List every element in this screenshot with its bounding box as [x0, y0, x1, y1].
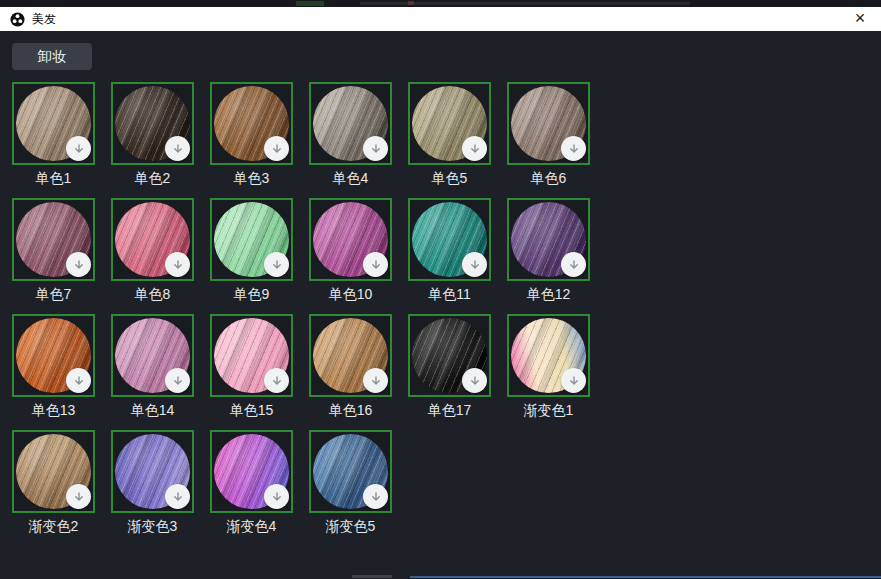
download-button[interactable] — [561, 252, 586, 277]
swatch-cell: 单色10 — [309, 198, 392, 302]
swatch-cell: 单色6 — [507, 82, 590, 186]
swatch-tile[interactable] — [408, 198, 491, 281]
swatch-cell: 单色17 — [408, 314, 491, 418]
swatch-label: 单色15 — [210, 403, 293, 418]
download-arrow-icon — [468, 258, 482, 272]
swatch-tile[interactable] — [12, 82, 95, 165]
swatch-cell: 单色12 — [507, 198, 590, 302]
swatch-cell: 渐变色1 — [507, 314, 590, 418]
background-progress-line — [410, 576, 881, 578]
swatch-cell: 渐变色4 — [210, 430, 293, 534]
swatch-label: 渐变色3 — [111, 519, 194, 534]
swatch-tile[interactable] — [408, 82, 491, 165]
download-button[interactable] — [66, 368, 91, 393]
swatch-tile[interactable] — [309, 314, 392, 397]
download-arrow-icon — [369, 258, 383, 272]
swatch-tile[interactable] — [111, 430, 194, 513]
swatch-label: 单色4 — [309, 171, 392, 186]
swatch-tile[interactable] — [12, 430, 95, 513]
swatch-label: 单色3 — [210, 171, 293, 186]
swatch-label: 单色6 — [507, 171, 590, 186]
download-button[interactable] — [561, 368, 586, 393]
swatch-label: 渐变色2 — [12, 519, 95, 534]
swatch-tile[interactable] — [12, 314, 95, 397]
close-button[interactable]: × — [847, 7, 873, 31]
swatch-label: 单色8 — [111, 287, 194, 302]
download-arrow-icon — [369, 142, 383, 156]
swatch-tile[interactable] — [507, 314, 590, 397]
download-arrow-icon — [72, 490, 86, 504]
swatch-label: 单色2 — [111, 171, 194, 186]
swatch-cell: 单色14 — [111, 314, 194, 418]
swatch-tile[interactable] — [507, 198, 590, 281]
download-button[interactable] — [165, 252, 190, 277]
swatch-tile[interactable] — [309, 430, 392, 513]
swatch-grid: 单色1 单色2 单色3 — [12, 82, 590, 534]
download-arrow-icon — [468, 374, 482, 388]
dialog-titlebar: 美发 × — [0, 7, 881, 31]
download-button[interactable] — [363, 252, 388, 277]
swatch-cell: 渐变色2 — [12, 430, 95, 534]
background-mark — [352, 575, 392, 578]
swatch-cell: 单色16 — [309, 314, 392, 418]
download-arrow-icon — [270, 490, 284, 504]
download-arrow-icon — [72, 258, 86, 272]
download-arrow-icon — [369, 374, 383, 388]
download-button[interactable] — [66, 484, 91, 509]
swatch-label: 单色14 — [111, 403, 194, 418]
screen: 美发 × 卸妆 单色1 单色2 — [0, 0, 881, 579]
swatch-tile[interactable] — [210, 430, 293, 513]
download-button[interactable] — [165, 368, 190, 393]
download-arrow-icon — [171, 374, 185, 388]
swatch-tile[interactable] — [309, 198, 392, 281]
download-button[interactable] — [165, 136, 190, 161]
swatch-tile[interactable] — [210, 314, 293, 397]
swatch-label: 单色12 — [507, 287, 590, 302]
swatch-tile[interactable] — [309, 82, 392, 165]
download-button[interactable] — [363, 136, 388, 161]
download-arrow-icon — [171, 258, 185, 272]
swatch-tile[interactable] — [111, 314, 194, 397]
swatch-cell: 单色2 — [111, 82, 194, 186]
remove-makeup-button[interactable]: 卸妆 — [12, 43, 92, 70]
swatch-tile[interactable] — [210, 198, 293, 281]
swatch-cell: 单色4 — [309, 82, 392, 186]
background-window-bottom — [0, 574, 881, 579]
download-button[interactable] — [561, 136, 586, 161]
download-button[interactable] — [363, 368, 388, 393]
download-button[interactable] — [462, 252, 487, 277]
download-button[interactable] — [66, 136, 91, 161]
swatch-tile[interactable] — [111, 198, 194, 281]
swatch-label: 渐变色5 — [309, 519, 392, 534]
swatch-tile[interactable] — [408, 314, 491, 397]
download-arrow-icon — [171, 490, 185, 504]
download-button[interactable] — [165, 484, 190, 509]
swatch-tile[interactable] — [12, 198, 95, 281]
swatch-cell: 单色13 — [12, 314, 95, 418]
download-arrow-icon — [567, 374, 581, 388]
download-button[interactable] — [462, 368, 487, 393]
swatch-tile[interactable] — [210, 82, 293, 165]
download-button[interactable] — [66, 252, 91, 277]
background-red-speck — [408, 1, 414, 5]
download-arrow-icon — [72, 374, 86, 388]
swatch-tile[interactable] — [507, 82, 590, 165]
download-button[interactable] — [264, 368, 289, 393]
swatch-label: 单色17 — [408, 403, 491, 418]
download-button[interactable] — [264, 252, 289, 277]
swatch-cell: 单色8 — [111, 198, 194, 302]
download-button[interactable] — [462, 136, 487, 161]
swatch-cell: 单色15 — [210, 314, 293, 418]
swatch-tile[interactable] — [111, 82, 194, 165]
download-arrow-icon — [567, 258, 581, 272]
download-button[interactable] — [264, 136, 289, 161]
dialog-title: 美发 — [32, 11, 56, 28]
download-arrow-icon — [567, 142, 581, 156]
download-button[interactable] — [264, 484, 289, 509]
download-arrow-icon — [270, 142, 284, 156]
background-window-top — [0, 0, 881, 7]
download-button[interactable] — [363, 484, 388, 509]
download-arrow-icon — [270, 258, 284, 272]
download-arrow-icon — [72, 142, 86, 156]
swatch-cell: 单色3 — [210, 82, 293, 186]
